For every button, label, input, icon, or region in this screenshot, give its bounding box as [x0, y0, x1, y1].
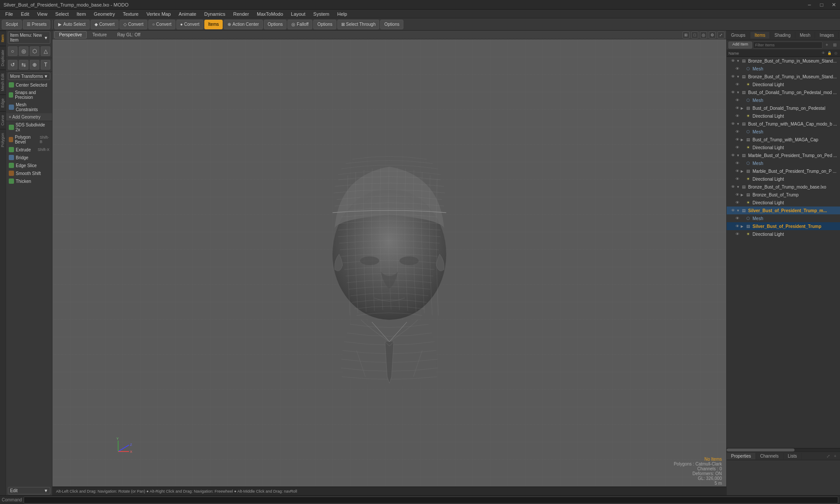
items-hscroll[interactable] — [727, 448, 840, 452]
tree-item-9b[interactable]: 👁 ⬡ Mesh — [727, 128, 840, 136]
tree-item-1[interactable]: 👁 ▼ ▤ Bronze_Bust_of_Trump_in_Museum_Sta… — [727, 57, 840, 65]
vis-icon-13d[interactable]: 👁 — [735, 176, 740, 182]
menu-maxtomodo[interactable]: MaxToModo — [253, 10, 287, 18]
minimize-button[interactable]: – — [803, 0, 816, 10]
tree-item-20d[interactable]: 👁 ☀ Directional Light — [727, 230, 840, 238]
tool-cone[interactable]: △ — [41, 46, 50, 56]
tree-item-5c[interactable]: 👁 ▶ ▤ Bust_of_Donald_Trump_on_Pedestal — [727, 104, 840, 112]
tree-item-13c[interactable]: 👁 ▶ ▤ Marble_Bust_of_President_Trump_on_… — [727, 167, 840, 175]
menu-select[interactable]: Select — [52, 10, 72, 18]
vis-icon-17b[interactable]: 👁 — [735, 192, 740, 197]
thicken-item[interactable]: Thicken — [6, 177, 52, 185]
close-button[interactable]: ✕ — [828, 0, 840, 10]
edit-dropdown[interactable]: Edit ▼ — [8, 487, 50, 494]
vis-icon-17c[interactable]: 👁 — [735, 200, 740, 205]
vis-icon-3b[interactable]: 👁 — [735, 82, 740, 87]
tree-item-3[interactable]: 👁 ▼ ▤ Bronze_Bust_of_Trump_in_Museum_Sta… — [727, 73, 840, 80]
right-tab-shading[interactable]: Shading — [770, 32, 795, 38]
tree-item-13[interactable]: 👁 ▼ ▤ Marble_Bust_of_President_Trump_on_… — [727, 151, 840, 159]
vtab-curve[interactable]: Curve — [0, 111, 6, 129]
convert-button-4[interactable]: ● Convert — [176, 20, 203, 29]
select-through-button[interactable]: ⊠ Select Through — [337, 20, 380, 29]
menu-item[interactable]: Item — [73, 10, 89, 18]
convert-button-2[interactable]: ◇ Convert — [119, 20, 147, 29]
vis-icon-17[interactable]: 👁 — [730, 184, 735, 189]
command-input[interactable] — [24, 497, 838, 504]
right-tab-mesh[interactable]: Mesh — [795, 32, 815, 38]
auto-select-button[interactable]: ▶ Auto Select — [54, 20, 89, 29]
menu-view[interactable]: View — [34, 10, 51, 18]
menu-help[interactable]: Help — [334, 10, 351, 18]
menu-animate[interactable]: Animate — [175, 10, 200, 18]
options-button-2[interactable]: Options — [313, 20, 336, 29]
viewport-icon-frame[interactable]: □ — [691, 32, 698, 38]
tree-item-20c[interactable]: 👁 ▶ ▤ Silver_Bust_of_President_Trump — [727, 222, 840, 230]
item-menu-dropdown[interactable]: Item Menu: New Item ▼ — [8, 32, 50, 44]
tree-item-20[interactable]: 👁 ▼ ▤ Silver_Bust_of_President_Trump_m..… — [727, 206, 840, 214]
tool-cylinder[interactable]: ⬡ — [30, 46, 39, 56]
viewport-canvas[interactable]: Z X Y No Items Polygons : Catmull-Clark … — [52, 39, 726, 495]
vtab-duplicate[interactable]: Duplicate — [0, 46, 6, 70]
hscroll-thumb[interactable] — [727, 448, 794, 452]
vis-icon-2[interactable]: 👁 — [735, 66, 740, 71]
vis-icon-3[interactable]: 👁 — [730, 74, 735, 79]
col-icon-lock[interactable]: 🔒 — [827, 51, 832, 56]
action-center-button[interactable]: ⊕ Action Center — [224, 20, 263, 29]
options-button-1[interactable]: Options — [264, 20, 287, 29]
menu-texture[interactable]: Texture — [119, 10, 142, 18]
vis-icon-5b[interactable]: 👁 — [735, 98, 740, 103]
sculpt-button[interactable]: Sculpt — [2, 20, 22, 29]
viewport-tab-perspective[interactable]: Perspective — [54, 31, 87, 38]
menu-vertexmap[interactable]: Vertex Map — [143, 10, 175, 18]
vis-icon-13b[interactable]: 👁 — [735, 161, 740, 166]
tool-text[interactable]: T — [41, 60, 50, 70]
prop-tab-channels[interactable]: Channels — [756, 453, 784, 459]
tree-item-17[interactable]: 👁 ▼ ▤ Bronze_Bust_of_Trump_modo_base.lxo — [727, 183, 840, 191]
sds-subdivide-item[interactable]: SDS Subdivide 2x — [6, 121, 52, 133]
viewport-icon-multi[interactable]: ⊞ — [682, 32, 690, 38]
vtab-edge[interactable]: Edge — [0, 94, 6, 111]
menu-layout[interactable]: Layout — [287, 10, 309, 18]
menu-dynamics[interactable]: Dynamics — [201, 10, 229, 18]
presets-button[interactable]: ☰ Presets — [23, 20, 51, 29]
center-selected-item[interactable]: Center Selected — [6, 81, 52, 89]
viewport-icon-render[interactable]: ◎ — [700, 32, 707, 38]
vis-icon-5d[interactable]: 👁 — [735, 113, 740, 119]
viewport-tab-texture[interactable]: Texture — [88, 31, 112, 38]
vis-icon-9c[interactable]: 👁 — [735, 137, 740, 142]
vis-icon-9b[interactable]: 👁 — [735, 129, 740, 134]
viewport-tab-raygl[interactable]: Ray GL: Off — [112, 31, 145, 38]
prop-tab-properties[interactable]: Properties — [727, 453, 756, 459]
vis-icon-20c[interactable]: 👁 — [735, 224, 740, 229]
tree-item-3b[interactable]: 👁 ☀ Directional Light — [727, 80, 840, 88]
vis-icon-13[interactable]: 👁 — [730, 153, 735, 158]
bridge-item[interactable]: Bridge — [6, 154, 52, 161]
add-item-button[interactable]: Add Item — [728, 42, 752, 49]
prop-tab-lists[interactable]: Lists — [784, 453, 802, 459]
menu-edit[interactable]: Edit — [18, 10, 33, 18]
tree-item-5b[interactable]: 👁 ⬡ Mesh — [727, 96, 840, 104]
tree-item-5[interactable]: 👁 ▼ ▤ Bust_of_Donald_Trump_on_Pedestal_m… — [727, 88, 840, 96]
extrude-item[interactable]: Extrude Shift-X — [6, 146, 52, 154]
vis-icon-20d[interactable]: 👁 — [735, 231, 740, 237]
tree-item-17c[interactable]: 👁 ☀ Directional Light — [727, 199, 840, 206]
vis-icon-5c[interactable]: 👁 — [735, 105, 740, 111]
tree-item-13d[interactable]: 👁 ☀ Directional Light — [727, 175, 840, 183]
right-tab-groups[interactable]: Groups — [727, 32, 750, 38]
prop-tab-icon-add[interactable]: + — [832, 453, 838, 459]
tool-torus[interactable]: ◎ — [19, 46, 28, 56]
tool-sphere[interactable]: ○ — [8, 46, 18, 56]
vis-icon-9[interactable]: 👁 — [730, 121, 735, 126]
convert-button-3[interactable]: ○ Convert — [148, 20, 175, 29]
col-icon-render[interactable]: ◎ — [833, 51, 838, 56]
col-icon-eye[interactable]: 👁 — [821, 51, 826, 56]
vis-icon-5[interactable]: 👁 — [730, 90, 735, 95]
mesh-constraints-item[interactable]: Mesh Constraints — [6, 101, 52, 113]
add-geometry-header[interactable]: + Add Geometry — [6, 113, 52, 121]
vtab-polygon[interactable]: Polygon — [0, 129, 6, 151]
tree-item-13b[interactable]: 👁 ⬡ Mesh — [727, 159, 840, 167]
maximize-button[interactable]: □ — [816, 0, 828, 10]
snaps-precision-item[interactable]: Snaps and Precision — [6, 89, 52, 101]
tool-flip[interactable]: ⇆ — [19, 60, 28, 70]
menu-system[interactable]: System — [310, 10, 333, 18]
